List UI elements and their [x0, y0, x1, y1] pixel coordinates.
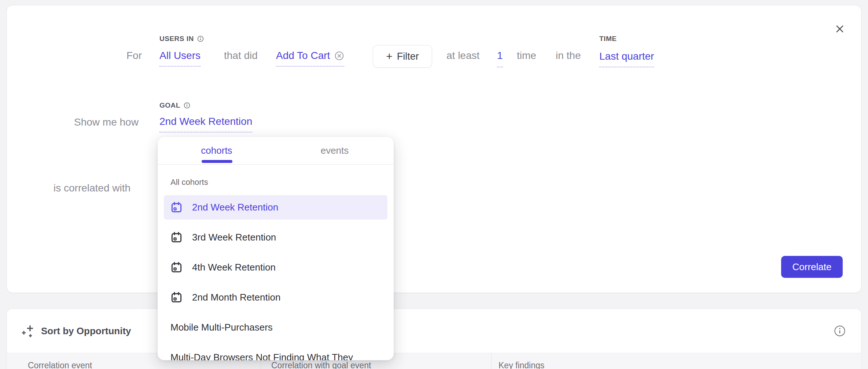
info-icon[interactable] [197, 36, 204, 42]
sentence-in-the: in the [556, 49, 581, 62]
goal-picker-dropdown: cohorts events All cohorts 2nd Week [158, 137, 394, 360]
results-info-button[interactable] [834, 325, 846, 337]
column-header-key-findings[interactable]: Key findings [499, 361, 544, 369]
add-filter-button-label: Filter [397, 51, 419, 62]
column-header-correlation-with-goal-event[interactable]: Correlation with goal event [271, 361, 371, 369]
remove-event-icon[interactable] [334, 51, 344, 61]
plus-icon: + [386, 51, 393, 62]
calendar-icon [170, 261, 183, 273]
users-in-label: USERS IN [159, 35, 204, 43]
sort-by-opportunity-label: Sort by Opportunity [41, 325, 131, 337]
calendar-icon [170, 291, 183, 303]
correlation-report-page: For USERS IN All Users that did Add To C… [0, 0, 868, 369]
list-item-cohort[interactable]: 2nd Month Retention [164, 285, 387, 310]
sparkle-plus-icon [21, 324, 35, 338]
sentence-time: time [517, 49, 536, 62]
active-tab-indicator [202, 160, 232, 163]
list-item-cohort[interactable]: 2nd Week Retention [164, 195, 387, 220]
sentence-is-correlated-with: is correlated with [54, 182, 130, 194]
list-item-label: Multi-Day Browsers Not Finding What They [170, 352, 353, 360]
column-divider [491, 353, 492, 369]
count-selector[interactable]: 1 [497, 49, 503, 67]
column-header-correlation-event[interactable]: Correlation event [28, 361, 92, 369]
sentence-show-me-how: Show me how [74, 116, 139, 128]
sentence-for: For [126, 49, 142, 62]
time-range-selector[interactable]: Last quarter [599, 50, 654, 67]
event-selector-label[interactable]: Add To Cart [276, 49, 330, 62]
info-icon [834, 325, 846, 337]
goal-picker-tabs: cohorts events [158, 137, 394, 165]
event-selector[interactable]: Add To Cart [276, 49, 344, 67]
list-item-label: Mobile Multi-Purchasers [170, 322, 273, 333]
calendar-icon [170, 201, 183, 213]
list-item-label: 2nd Month Retention [192, 292, 280, 303]
close-icon [834, 23, 845, 34]
sentence-at-least: at least [446, 49, 479, 62]
results-card: Sort by Opportunity Correlation event Co… [7, 309, 861, 369]
cohort-list: 2nd Week Retention 3rd Week Retention [164, 195, 387, 360]
list-item-cohort[interactable]: Multi-Day Browsers Not Finding What They [164, 345, 387, 360]
query-builder-card: For USERS IN All Users that did Add To C… [7, 5, 861, 293]
list-item-cohort[interactable]: 4th Week Retention [164, 255, 387, 280]
goal-label-text: GOAL [159, 101, 180, 109]
goal-selector[interactable]: 2nd Week Retention [159, 115, 252, 133]
time-label: TIME [599, 35, 617, 43]
list-item-cohort[interactable]: 3rd Week Retention [164, 225, 387, 250]
list-item-cohort[interactable]: Mobile Multi-Purchasers [164, 315, 387, 340]
users-in-label-text: USERS IN [159, 35, 194, 43]
sentence-that-did: that did [224, 49, 258, 62]
users-selector[interactable]: All Users [159, 49, 201, 67]
close-button[interactable] [832, 22, 847, 36]
tab-events[interactable]: events [276, 137, 394, 164]
calendar-icon [170, 231, 183, 243]
correlate-button[interactable]: Correlate [781, 256, 843, 278]
results-table-header: Correlation event Correlation with goal … [7, 353, 861, 369]
list-item-label: 3rd Week Retention [192, 232, 276, 243]
list-item-label: 4th Week Retention [192, 262, 276, 273]
info-icon[interactable] [184, 102, 190, 109]
goal-label: GOAL [159, 101, 190, 109]
sort-by-opportunity-control[interactable]: Sort by Opportunity [21, 324, 131, 338]
goal-picker-list-body: All cohorts 2nd Week Retention [158, 165, 394, 360]
list-item-label: 2nd Week Retention [192, 202, 278, 213]
add-filter-button[interactable]: + Filter [373, 45, 432, 68]
results-toolbar: Sort by Opportunity [7, 309, 861, 353]
cohort-section-header: All cohorts [170, 177, 394, 187]
